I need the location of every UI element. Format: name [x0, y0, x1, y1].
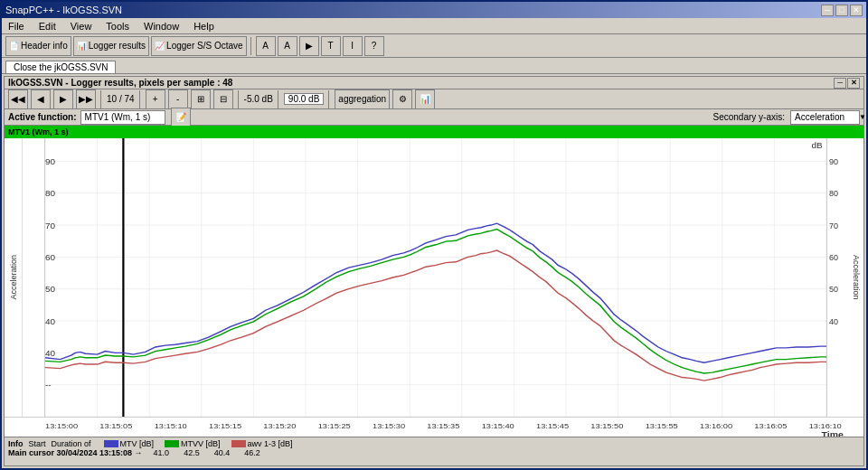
- lt-btn-fit[interactable]: ⊞: [191, 89, 211, 109]
- svg-text:13:15:35: 13:15:35: [427, 422, 459, 430]
- lt-btn-icons[interactable]: ⚙: [392, 89, 412, 109]
- menu-help[interactable]: Help: [191, 20, 217, 33]
- val1: 41.0: [154, 448, 170, 457]
- info-label: Info: [8, 439, 24, 448]
- svg-text:Time: Time: [822, 430, 844, 437]
- legend-mtvv-color: [165, 440, 179, 447]
- menu-view[interactable]: View: [68, 20, 95, 33]
- info-row-2: Main cursor 30/04/2024 13:15:08 → 41.0 4…: [8, 448, 860, 457]
- svg-text:90: 90: [829, 157, 838, 165]
- header-info-label: Header info: [21, 41, 68, 51]
- lt-sep5: [328, 90, 330, 108]
- lt-btn-zoom-in[interactable]: +: [146, 89, 165, 109]
- y-axis-left-label: Acceleration: [9, 255, 18, 300]
- toolbar-btn-q[interactable]: ?: [364, 36, 384, 56]
- svg-text:50: 50: [829, 286, 838, 294]
- y-ticks-left: [23, 138, 45, 417]
- svg-text:13:15:30: 13:15:30: [373, 422, 405, 430]
- green-status-bar: MTV1 (Wm, 1 s): [5, 126, 863, 138]
- header-info-button[interactable]: 📄 Header info: [5, 36, 71, 56]
- lt-btn-agg[interactable]: aggregation: [335, 89, 390, 109]
- svg-text:--: --: [45, 381, 52, 390]
- chart-section: Acceleration: [5, 138, 863, 437]
- lt-btn-auto[interactable]: ⊟: [213, 89, 233, 109]
- maximize-button[interactable]: □: [835, 5, 848, 16]
- toolbar-btn-a2[interactable]: A: [278, 36, 297, 56]
- svg-text:dB: dB: [811, 142, 822, 150]
- chart-svg: 90 80 70 60 50 40 40 -- dB: [45, 138, 826, 417]
- toolbar-btn-a[interactable]: A: [256, 36, 276, 56]
- inner-minimize[interactable]: ─: [834, 78, 846, 89]
- svg-text:13:15:50: 13:15:50: [590, 422, 623, 430]
- window-title: SnapPC++ - lkOGSS.SVN: [5, 5, 122, 15]
- lt-btn-back[interactable]: ◀: [31, 89, 51, 109]
- info-row-1: Info Start Duration of MTV [dB] MTVV [dB…: [8, 439, 860, 448]
- active-function-dropdown[interactable]: MTV1 (Wm, 1 s) ▼: [80, 110, 166, 125]
- val4: 46.2: [244, 448, 260, 457]
- tab-label: Close the jkOGSS.SVN: [14, 62, 108, 72]
- chart-main[interactable]: 90 80 70 60 50 40 40 -- dB: [45, 138, 826, 417]
- legend-mtv: MTV [dB]: [104, 439, 155, 448]
- svg-text:60: 60: [829, 253, 838, 261]
- legend-mtv-color: [104, 440, 118, 447]
- logger-octave-label: Logger S/S Octave: [166, 41, 243, 51]
- y-ticks-right-svg: 90 80 70 60 50 40: [827, 138, 850, 417]
- logger-results-label: Logger results: [89, 41, 146, 51]
- toolbar-btn-i[interactable]: I: [343, 36, 363, 56]
- main-window: SnapPC++ - lkOGSS.SVN ─ □ ✕ File Edit Vi…: [0, 0, 868, 470]
- tab-main[interactable]: Close the jkOGSS.SVN: [5, 61, 116, 73]
- toolbar-btn-t[interactable]: T: [321, 36, 341, 56]
- svg-text:13:16:10: 13:16:10: [809, 422, 842, 430]
- menu-bar: File Edit View Tools Window Help: [2, 18, 866, 34]
- svg-text:50: 50: [45, 286, 55, 294]
- close-button[interactable]: ✕: [850, 5, 863, 16]
- svg-text:70: 70: [45, 221, 55, 230]
- chart-wrapper: Acceleration: [5, 138, 863, 417]
- logger-toolbar: ◀◀ ◀ ▶ ▶▶ 10 / 74 + - ⊞ ⊟ -5.0 dB 90.0 d…: [5, 89, 863, 109]
- legend-awv-color: [231, 440, 246, 447]
- lt-btn-chart[interactable]: 📊: [415, 89, 435, 109]
- svg-text:70: 70: [829, 221, 838, 230]
- channel-indicator: MTV1 (Wm, 1 s): [8, 127, 69, 136]
- toolbar-sep-1: [250, 37, 252, 55]
- inner-close[interactable]: ✕: [847, 78, 860, 89]
- logger-results-button[interactable]: 📊 Logger results: [73, 36, 149, 56]
- legend-mtvv-label: MTVV [dB]: [181, 439, 221, 448]
- secondary-label: Secondary y-axis:: [712, 112, 784, 122]
- lt-sep4: [278, 90, 279, 108]
- y-ticks-right: 90 80 70 60 50 40: [826, 138, 849, 417]
- lt-btn-prev[interactable]: ◀◀: [8, 89, 28, 109]
- svg-text:40: 40: [829, 317, 838, 325]
- info-bar: Info Start Duration of MTV [dB] MTVV [dB…: [5, 437, 863, 465]
- svg-text:13:15:40: 13:15:40: [482, 422, 514, 430]
- toolbar-btn-m[interactable]: ▶: [299, 36, 319, 56]
- lt-btn-fwd[interactable]: ▶: [53, 89, 73, 109]
- secondary-axis-dropdown[interactable]: Acceleration: [790, 110, 860, 125]
- y-axis-right-label: Acceleration: [852, 255, 861, 300]
- legend-awv: awv 1-3 [dB]: [231, 439, 293, 448]
- menu-edit[interactable]: Edit: [36, 20, 59, 33]
- active-channel: MTV1 (Wm, 1 s): [85, 112, 151, 122]
- active-function-label: Active function:: [8, 112, 77, 122]
- lt-btn-zoom-out[interactable]: -: [168, 89, 188, 109]
- secondary-axis-section: Secondary y-axis: Acceleration: [712, 110, 860, 125]
- svg-text:80: 80: [45, 190, 55, 198]
- lt-btn-end[interactable]: ▶▶: [76, 89, 96, 109]
- svg-text:13:15:10: 13:15:10: [155, 422, 187, 430]
- main-toolbar: 📄 Header info 📊 Logger results 📈 Logger …: [2, 34, 866, 58]
- lt-sep2: [139, 90, 141, 108]
- svg-text:13:15:00: 13:15:00: [45, 422, 78, 430]
- channel-config-btn[interactable]: 📝: [171, 108, 191, 127]
- y-axis-left-area: Acceleration: [5, 138, 23, 417]
- lt-sep3: [238, 90, 240, 108]
- minimize-button[interactable]: ─: [821, 5, 834, 16]
- legend-mtvv: MTVV [dB]: [165, 439, 221, 448]
- title-bar: SnapPC++ - lkOGSS.SVN ─ □ ✕: [2, 2, 866, 18]
- menu-file[interactable]: File: [5, 20, 27, 33]
- svg-text:40: 40: [45, 350, 55, 358]
- x-axis: 13:15:00 13:15:05 13:15:10 13:15:15 13:1…: [5, 417, 863, 437]
- menu-window[interactable]: Window: [141, 20, 182, 33]
- secondary-value: Acceleration: [795, 112, 844, 122]
- menu-tools[interactable]: Tools: [103, 20, 132, 33]
- logger-octave-button[interactable]: 📈 Logger S/S Octave: [151, 36, 247, 56]
